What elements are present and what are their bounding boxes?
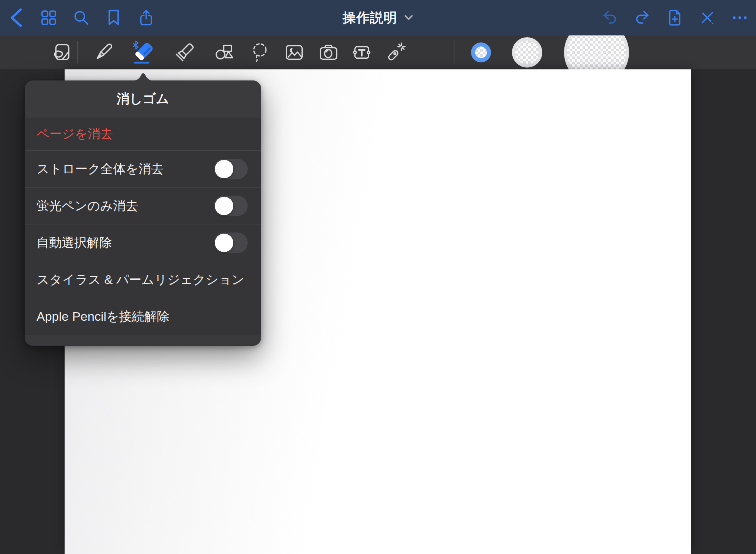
popup-header: 消しゴム <box>25 80 261 117</box>
text-icon <box>350 41 373 64</box>
tool-pen[interactable] <box>91 40 116 65</box>
bookmark-button[interactable] <box>105 7 123 29</box>
add-page-button[interactable] <box>666 7 684 29</box>
bookmark-icon <box>105 8 123 28</box>
menu-item-erase-highlighter-only[interactable]: 蛍光ペンのみ消去 <box>25 187 261 224</box>
toggle-knob <box>215 197 233 215</box>
topbar-left-group <box>0 7 155 29</box>
eraser-size-medium[interactable] <box>512 37 542 68</box>
eraser-size-large[interactable] <box>564 35 629 69</box>
toggle-knob <box>215 234 233 252</box>
menu-item-disconnect-apple-pencil[interactable]: Apple Pencilを接続解除 <box>25 298 261 335</box>
popup-arrow <box>131 70 155 81</box>
popup-title: 消しゴム <box>117 90 169 107</box>
topbar-right-group <box>601 7 756 29</box>
popup-footer <box>25 335 261 345</box>
undo-button[interactable] <box>601 7 619 29</box>
menu-item-erase-entire-stroke[interactable]: ストローク全体を消去 <box>25 150 261 187</box>
toolbar-separator <box>77 41 78 63</box>
eraser-size-small-selected[interactable] <box>471 42 491 62</box>
tool-image[interactable] <box>282 40 306 65</box>
scroll-page-icon <box>50 41 73 64</box>
tool-lasso[interactable] <box>247 40 272 65</box>
more-options-button[interactable] <box>731 7 749 29</box>
pen-mode-toggle-button[interactable] <box>698 7 716 29</box>
auto-deselect-toggle-off[interactable] <box>214 233 248 253</box>
erase-entire-stroke-toggle-off[interactable] <box>214 159 248 179</box>
lasso-icon <box>248 41 271 64</box>
search-button[interactable] <box>72 7 90 29</box>
image-icon <box>283 41 306 64</box>
erase-highlighter-only-toggle-off[interactable] <box>214 196 248 216</box>
share-button[interactable] <box>137 7 155 29</box>
add-page-icon <box>666 7 684 28</box>
tool-text[interactable] <box>350 40 374 65</box>
shapes-icon <box>213 41 236 64</box>
pencil-cross-icon <box>698 8 716 27</box>
pen-icon <box>92 41 115 64</box>
document-title: 操作説明 <box>343 9 397 27</box>
redo-icon <box>633 8 651 27</box>
tool-highlighter[interactable] <box>172 40 197 65</box>
bluetooth-icon <box>133 40 139 50</box>
drawing-toolbar <box>0 35 756 69</box>
redo-button[interactable] <box>633 7 651 29</box>
ellipsis-icon <box>731 8 749 27</box>
search-icon <box>72 8 90 27</box>
tool-scroll-page-mode[interactable] <box>49 40 74 65</box>
chevron-left-icon <box>9 7 24 28</box>
toolbar-separator <box>454 41 454 63</box>
menu-item-erase-page[interactable]: ページを消去 <box>25 117 261 150</box>
tool-eraser-selected[interactable] <box>132 40 156 65</box>
undo-icon <box>601 8 619 27</box>
share-icon <box>137 7 155 28</box>
pages-overview-button[interactable] <box>40 7 58 29</box>
menu-item-auto-deselect[interactable]: 自動選択解除 <box>25 224 261 261</box>
grid-icon <box>40 8 58 27</box>
tool-camera[interactable] <box>316 40 341 65</box>
tool-shapes[interactable] <box>212 40 237 65</box>
highlighter-icon <box>173 41 196 64</box>
laser-pointer-icon <box>385 41 408 64</box>
chevron-down-icon <box>404 14 413 21</box>
app-screen: 操作説明 <box>0 0 756 554</box>
back-button[interactable] <box>7 7 25 29</box>
document-title-button[interactable]: 操作説明 <box>343 0 413 35</box>
top-navigation-bar: 操作説明 <box>0 0 756 35</box>
menu-item-stylus-palm-rejection[interactable]: スタイラス & パームリジェクション <box>25 261 261 298</box>
camera-icon <box>317 41 340 64</box>
eraser-options-popup: 消しゴム ページを消去 ストローク全体を消去 蛍光ペンのみ消去 自動選択解除 ス… <box>25 80 261 346</box>
toggle-knob <box>215 160 233 178</box>
tool-laser-pointer[interactable] <box>384 40 408 65</box>
